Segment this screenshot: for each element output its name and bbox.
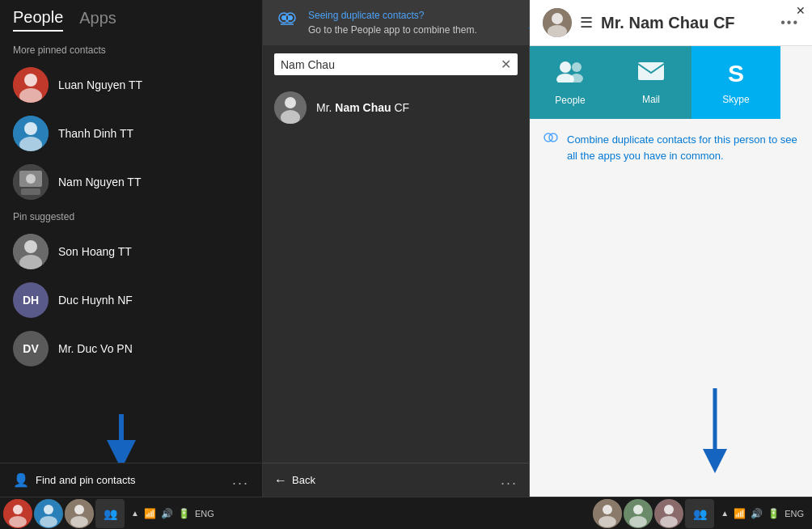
middle-panel: Seeing duplicate contacts? Go to the Peo… [263, 0, 530, 497]
svg-point-8 [26, 174, 36, 184]
svg-point-45 [70, 516, 88, 527]
suggested-item[interactable]: DV Mr. Duc Vo PN [0, 324, 262, 373]
avatar-initials: DV [23, 342, 38, 355]
skype-tile-icon: S [728, 60, 744, 87]
contact-item[interactable]: Luan Nguyen TT [0, 61, 262, 109]
close-icon[interactable]: ✕ [796, 4, 806, 17]
dup-info-icon [543, 132, 559, 152]
duplicate-banner: Seeing duplicate contacts? Go to the Peo… [263, 0, 529, 45]
back-btn[interactable]: ← Back [274, 473, 315, 488]
chevron-up-icon: ▲ [131, 509, 139, 518]
contact-name: Mr. Duc Vo PN [58, 342, 133, 355]
result-name-prefix: Mr. [316, 101, 335, 114]
svg-point-54 [660, 516, 678, 527]
taskbar-person-icon-right[interactable]: 👥 [685, 499, 714, 528]
result-name-bold: Nam Chau [335, 101, 391, 114]
battery-icon-r: 🔋 [768, 508, 780, 519]
skype-tile-label: Skype [722, 94, 749, 105]
svg-point-26 [552, 13, 563, 24]
svg-point-30 [572, 62, 582, 72]
search-input[interactable] [281, 58, 496, 71]
blue-arrow-hint [97, 414, 162, 463]
taskbar-avatar-right2[interactable] [624, 499, 653, 528]
svg-point-53 [664, 505, 674, 514]
people-tile[interactable]: People [530, 46, 611, 119]
search-box: ✕ [274, 53, 518, 75]
avatar: DV [13, 331, 49, 366]
taskbar-avatar-right3[interactable] [654, 499, 683, 528]
search-result-item[interactable]: Mr. Nam Chau CF [263, 83, 529, 132]
suggested-item[interactable]: DH Duc Huynh NF [0, 276, 262, 324]
svg-point-23 [285, 97, 296, 108]
taskbar-sys-tray-left: ▲ 📶 🔊 🔋 ENG [126, 508, 219, 519]
avatar: DH [13, 282, 49, 318]
result-avatar [274, 91, 307, 124]
svg-point-41 [44, 505, 53, 514]
back-arrow-icon: ← [274, 473, 287, 488]
contact-name: Thanh Dinh TT [58, 127, 133, 140]
mail-tile-icon [636, 61, 666, 87]
left-footer: 👤 Find and pin contacts ... [0, 463, 262, 497]
svg-rect-9 [21, 188, 40, 195]
svg-point-1 [24, 74, 37, 87]
left-header: People Apps [0, 0, 262, 40]
wifi-icon-r: 📶 [734, 508, 746, 519]
action-tiles: People Mail S Skype [530, 46, 812, 119]
lang-label-r: ENG [785, 509, 804, 518]
contact-item[interactable]: Nam Nguyen TT [0, 158, 262, 206]
suggested-item[interactable]: Son Hoang TT [0, 227, 262, 276]
taskbar-avatar[interactable] [34, 499, 63, 528]
people-tile-icon [556, 60, 585, 88]
tab-apps[interactable]: Apps [79, 9, 116, 31]
people-tile-label: People [555, 95, 585, 106]
skype-tile[interactable]: S Skype [691, 46, 780, 119]
duplicate-line1: Seeing duplicate contacts? [308, 8, 477, 23]
person-icon: 👤 [13, 472, 29, 488]
taskbar: 👥 ▲ 📶 🔊 🔋 ENG 👥 ▲ 📶 🔊 🔋 ENG [0, 497, 812, 529]
duplicate-icon [274, 8, 300, 34]
battery-icon: 🔋 [178, 508, 190, 519]
avatar [13, 67, 49, 103]
back-label: Back [292, 474, 315, 486]
duplicate-line2: Go to the People app to combine them. [308, 23, 477, 37]
taskbar-sys-tray-right: ▲ 📶 🔊 🔋 ENG [716, 508, 809, 519]
contact-name: Son Hoang TT [58, 245, 132, 258]
tab-people[interactable]: People [13, 8, 63, 32]
window-close-btn[interactable]: ✕ [796, 3, 806, 18]
duplicate-text: Seeing duplicate contacts? Go to the Peo… [308, 8, 477, 37]
contact-name: Luan Nguyen TT [58, 78, 142, 91]
middle-more-btn[interactable]: ... [501, 472, 518, 489]
find-pin-btn[interactable]: 👤 Find and pin contacts [13, 472, 136, 488]
avatar [13, 116, 49, 151]
avatar [13, 234, 49, 269]
chevron-up-icon-r: ▲ [721, 509, 729, 518]
wifi-icon: 📶 [144, 508, 156, 519]
contact-name: Duc Huynh NF [58, 294, 133, 307]
volume-icon-r: 🔊 [751, 508, 763, 519]
taskbar-avatar[interactable] [3, 499, 32, 528]
contact-item[interactable]: Thanh Dinh TT [0, 109, 262, 158]
svg-point-39 [9, 516, 27, 527]
svg-point-34 [549, 133, 557, 142]
mail-tile[interactable]: Mail [611, 46, 691, 119]
taskbar-avatar-right1[interactable] [593, 499, 622, 528]
lang-label: ENG [195, 509, 214, 518]
contact-profile-avatar [543, 8, 572, 37]
svg-point-31 [570, 74, 583, 83]
more-options-btn[interactable]: ... [232, 472, 249, 489]
taskbar-avatar[interactable] [65, 499, 94, 528]
middle-footer: ← Back ... [263, 463, 529, 497]
header-left: ☰ Mr. Nam Chau CF [543, 8, 735, 37]
svg-point-50 [633, 505, 643, 514]
svg-point-42 [40, 516, 57, 527]
search-clear-btn[interactable]: ✕ [501, 57, 511, 72]
svg-point-48 [598, 516, 616, 527]
avatar [13, 164, 49, 200]
svg-point-51 [629, 516, 647, 527]
svg-point-28 [560, 61, 571, 73]
hamburger-icon[interactable]: ☰ [580, 14, 593, 32]
dup-info-text: Combine duplicate contacts for this pers… [567, 132, 799, 163]
svg-point-38 [13, 505, 23, 514]
mail-tile-label: Mail [642, 94, 660, 105]
taskbar-person-icon[interactable]: 👥 [95, 499, 125, 528]
